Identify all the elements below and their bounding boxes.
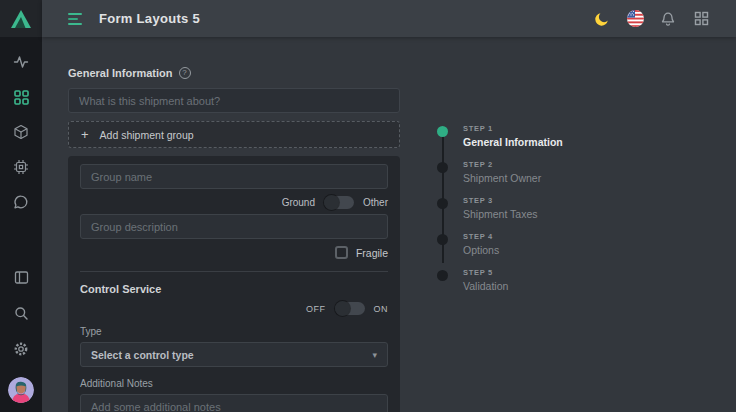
step-dot [437, 234, 448, 245]
step-dot [437, 198, 448, 209]
activity-icon[interactable] [13, 54, 29, 70]
sidebar-bottom [8, 269, 34, 412]
chat-icon[interactable] [13, 194, 29, 210]
step-label: STEP 4 [463, 232, 499, 241]
additional-notes-label: Additional Notes [80, 378, 388, 389]
sidebar-nav [13, 37, 29, 210]
help-icon[interactable]: ? [179, 67, 191, 79]
form-column: General Information ? + Add shipment gro… [68, 67, 400, 412]
step-title: General Information [463, 136, 563, 148]
step-dot [437, 162, 448, 173]
search-icon[interactable] [13, 305, 29, 321]
other-label: Other [363, 197, 388, 208]
section-title: General Information [68, 67, 173, 79]
add-shipment-group-label: Add shipment group [100, 129, 194, 141]
step-label: STEP 1 [463, 124, 563, 133]
grid-apps-icon-active[interactable] [13, 89, 29, 105]
triangle-logo-icon [10, 9, 32, 29]
main-area: Form Layouts 5 [42, 0, 736, 412]
step-item-3[interactable]: STEP 3 Shipment Taxes [437, 196, 563, 220]
header-actions [593, 10, 710, 28]
step-item-2[interactable]: STEP 2 Shipment Owner [437, 160, 563, 184]
plus-icon: + [81, 128, 89, 141]
sidebar [0, 0, 42, 412]
step-dot [437, 270, 448, 281]
settings-gear-icon[interactable] [13, 341, 29, 357]
dark-mode-moon-icon[interactable] [593, 10, 611, 28]
control-type-select[interactable]: Select a control type ▾ [80, 342, 388, 367]
step-title: Shipment Taxes [463, 208, 538, 220]
toggle-knob [335, 301, 350, 316]
shipment-group-card: Ground Other Fragile Control Service OFF [68, 156, 400, 412]
add-shipment-group-button[interactable]: + Add shipment group [68, 121, 400, 148]
apps-menu-icon[interactable] [692, 10, 710, 28]
fragile-label: Fragile [356, 247, 388, 259]
ground-label: Ground [282, 197, 315, 208]
fragile-row: Fragile [80, 246, 388, 259]
off-on-toggle-row: OFF ON [80, 302, 388, 315]
layout-panel-icon[interactable] [13, 269, 29, 285]
header-bar: Form Layouts 5 [42, 0, 736, 37]
step-title: Validation [463, 280, 508, 292]
step-label: STEP 3 [463, 196, 538, 205]
divider [80, 271, 388, 272]
language-flag-us-icon[interactable] [626, 10, 644, 28]
app-window: Form Layouts 5 [0, 0, 736, 412]
wizard-steps: STEP 1 General Information STEP 2 Shipme… [437, 124, 563, 292]
step-title: Options [463, 244, 499, 256]
step-dot [437, 126, 448, 137]
step-item-4[interactable]: STEP 4 Options [437, 232, 563, 256]
notifications-bell-icon[interactable] [659, 10, 677, 28]
cube-icon[interactable] [13, 124, 29, 140]
menu-hamburger-icon[interactable] [68, 13, 82, 25]
step-item-1[interactable]: STEP 1 General Information [437, 124, 563, 148]
step-title: Shipment Owner [463, 172, 541, 184]
off-label: OFF [306, 304, 326, 314]
chevron-down-icon: ▾ [372, 350, 377, 360]
page-title: Form Layouts 5 [99, 11, 200, 26]
content-area: General Information ? + Add shipment gro… [42, 37, 736, 412]
section-heading: General Information ? [68, 67, 400, 79]
off-on-toggle[interactable] [335, 302, 365, 315]
toggle-knob [324, 195, 339, 210]
step-label: STEP 5 [463, 268, 508, 277]
step-label: STEP 2 [463, 160, 541, 169]
step-item-5[interactable]: STEP 5 Validation [437, 268, 563, 292]
shipment-about-input[interactable] [68, 88, 400, 113]
on-label: ON [374, 304, 389, 314]
control-service-title: Control Service [80, 283, 388, 295]
type-label: Type [80, 326, 388, 337]
ground-other-toggle-row: Ground Other [80, 196, 388, 209]
fragile-checkbox[interactable] [335, 246, 348, 259]
app-logo[interactable] [0, 0, 42, 37]
user-avatar[interactable] [8, 377, 34, 403]
group-description-input[interactable] [80, 214, 388, 239]
steps-column: STEP 1 General Information STEP 2 Shipme… [437, 67, 563, 412]
group-name-input[interactable] [80, 164, 388, 189]
control-type-value: Select a control type [91, 349, 194, 361]
cpu-icon[interactable] [13, 159, 29, 175]
additional-notes-input[interactable] [80, 394, 388, 412]
ground-other-toggle[interactable] [324, 196, 354, 209]
